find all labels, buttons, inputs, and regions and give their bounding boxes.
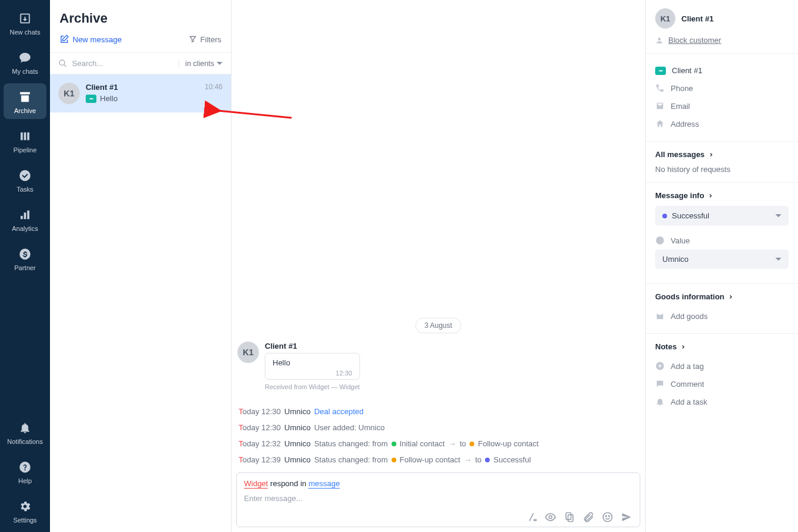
filters-button[interactable]: Filters — [189, 35, 221, 44]
activity-time: Today 12:30 — [239, 407, 281, 416]
email-icon — [655, 101, 665, 111]
message-sender: Client #1 — [265, 342, 360, 351]
check-circle-icon — [18, 169, 32, 182]
visibility-icon[interactable] — [544, 511, 556, 523]
source-select[interactable]: Umnico — [655, 249, 788, 269]
value-label: Value — [671, 236, 690, 245]
plus-circle-icon — [655, 361, 665, 371]
phone-icon — [655, 83, 665, 93]
message-info-title: Message info — [655, 191, 704, 200]
sidebar-item-analytics[interactable]: Analytics — [4, 201, 46, 237]
block-customer-link[interactable]: Block customer — [655, 36, 788, 45]
status-from-label: Follow-up contact — [400, 455, 461, 464]
sidebar-item-new-chats[interactable]: New chats — [4, 5, 46, 40]
svg-rect-4 — [566, 513, 571, 520]
chat-item-preview: Hello — [100, 94, 118, 103]
svg-rect-5 — [568, 515, 573, 522]
message-info-header[interactable]: Message info — [655, 191, 788, 200]
template-icon[interactable] — [564, 511, 575, 523]
sidebar-item-tasks[interactable]: Tasks — [4, 162, 46, 198]
archive-box-icon — [18, 90, 32, 104]
filter-icon — [189, 35, 197, 43]
sidebar-label: My chats — [12, 68, 38, 75]
sidebar-label: Analytics — [12, 225, 38, 232]
date-separator: 3 August — [415, 318, 461, 333]
emoji-icon[interactable] — [602, 511, 614, 523]
chevron-down-icon — [217, 62, 223, 65]
activity-user: Umnico — [284, 423, 311, 432]
svg-point-7 — [606, 516, 607, 517]
bell-icon — [18, 421, 32, 434]
chevron-right-icon — [728, 294, 734, 300]
comment-row[interactable]: Comment — [655, 375, 788, 393]
sidebar-item-notifications[interactable]: Notifications — [4, 414, 46, 450]
comment-label: Comment — [671, 380, 704, 389]
status-select[interactable]: Successful — [655, 206, 788, 226]
gear-icon — [18, 500, 32, 513]
status-from-label: Initial contact — [400, 439, 445, 448]
bar-chart-icon — [18, 208, 32, 221]
new-message-button[interactable]: New message — [60, 35, 121, 44]
arrow-right-icon: → — [464, 455, 471, 464]
sidebar-item-pipeline[interactable]: Pipeline — [4, 123, 46, 158]
slash-command-icon[interactable] — [525, 511, 537, 523]
source-label: Umnico — [662, 255, 689, 264]
message-input[interactable] — [244, 494, 633, 506]
sidebar-label: Partner — [14, 264, 36, 271]
filters-label: Filters — [201, 35, 221, 44]
add-tag-row[interactable]: Add a tag — [655, 357, 788, 375]
activity-user: Umnico — [284, 407, 311, 416]
contact-email-row[interactable]: Email — [655, 97, 788, 115]
svg-point-0 — [60, 60, 65, 65]
activity-row: Today 12:39 Umnico Status changed: from … — [237, 452, 639, 468]
sidebar-item-partner[interactable]: Partner — [4, 240, 46, 276]
sidebar-item-help[interactable]: Help — [4, 453, 46, 489]
inbox-download-icon — [18, 12, 32, 25]
channel-widget-icon: ••• — [655, 67, 666, 75]
arrow-right-icon: → — [448, 439, 456, 448]
sidebar-label: New chats — [10, 29, 40, 36]
add-task-label: Add a task — [671, 398, 707, 406]
contact-address-row[interactable]: Address — [655, 115, 788, 133]
status-dot-icon — [392, 442, 396, 446]
message-row: K1 Client #1 Hello 12:30 Received from W… — [237, 342, 639, 390]
send-icon[interactable] — [621, 511, 633, 523]
attachment-icon[interactable] — [583, 511, 594, 523]
contact-phone-row[interactable]: Phone — [655, 79, 788, 97]
goods-header[interactable]: Goods information — [655, 292, 788, 301]
address-label: Address — [671, 120, 699, 129]
hint-message[interactable]: message — [308, 479, 340, 489]
sidebar-item-settings[interactable]: Settings — [4, 493, 46, 528]
sidebar-label: Tasks — [17, 186, 33, 193]
value-row[interactable]: Value — [655, 231, 788, 249]
chat-list-item[interactable]: K1 Client #1 10:46 ••• Hello — [50, 74, 231, 112]
email-label: Email — [671, 102, 690, 111]
notes-title: Notes — [655, 342, 677, 351]
sidebar-item-my-chats[interactable]: My chats — [4, 44, 46, 80]
search-input[interactable] — [72, 59, 174, 68]
hint-respond: respond in — [268, 479, 308, 488]
activity-text[interactable]: Deal accepted — [314, 407, 364, 416]
bell-icon — [655, 397, 665, 406]
add-task-row[interactable]: Add a task — [655, 393, 788, 411]
channel-widget-icon: ••• — [86, 95, 96, 103]
notes-header[interactable]: Notes — [655, 342, 788, 351]
chat-bubble-icon — [18, 51, 32, 64]
search-scope-select[interactable]: in clients — [179, 60, 223, 68]
svg-point-8 — [609, 516, 610, 517]
status-label: Successful — [672, 211, 709, 220]
chevron-right-icon — [708, 152, 714, 158]
sidebar-label: Pipeline — [13, 146, 36, 154]
chat-item-name: Client #1 — [86, 83, 118, 92]
activity-user: Umnico — [284, 455, 311, 464]
hint-widget[interactable]: Widget — [244, 479, 268, 489]
all-messages-header[interactable]: All messages — [655, 150, 788, 159]
goods-title: Goods information — [655, 292, 724, 301]
activity-row: Today 12:30 Umnico Deal accepted — [237, 403, 639, 420]
sidebar-item-archive[interactable]: Archive — [4, 83, 46, 119]
svg-point-3 — [549, 516, 552, 519]
add-goods-row[interactable]: Add goods — [655, 307, 788, 325]
message-composer: Widget respond in message — [236, 472, 640, 527]
to-label: to — [459, 439, 466, 448]
home-icon — [655, 119, 665, 129]
